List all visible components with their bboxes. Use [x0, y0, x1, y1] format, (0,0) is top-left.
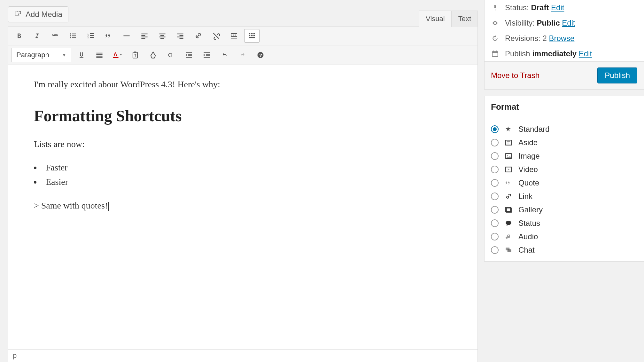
radio-icon: [491, 246, 499, 254]
bold-button[interactable]: [12, 29, 27, 43]
svg-rect-56: [206, 55, 210, 56]
numbered-list-button[interactable]: 123: [83, 29, 98, 43]
unlink-button[interactable]: [208, 29, 224, 43]
radio-icon: [491, 206, 499, 214]
svg-rect-52: [188, 55, 192, 56]
indent-button[interactable]: [199, 48, 214, 62]
paste-text-button[interactable]: T: [128, 48, 143, 62]
tab-visual[interactable]: Visual: [419, 11, 452, 27]
format-option-aside[interactable]: Aside: [491, 136, 637, 149]
format-dropdown[interactable]: Paragraph ▼: [12, 48, 71, 62]
svg-rect-20: [160, 35, 164, 36]
format-option-image[interactable]: Image: [491, 149, 637, 163]
undo-button[interactable]: [217, 48, 232, 62]
schedule-row: Publish immediately Edit: [485, 46, 644, 61]
format-option-label: Chat: [518, 246, 535, 255]
format-option-label: Video: [518, 165, 538, 174]
align-center-button[interactable]: [155, 29, 170, 43]
svg-point-68: [507, 155, 508, 156]
status-row: Status: Draft Edit: [485, 0, 644, 15]
svg-rect-5: [72, 35, 76, 36]
svg-rect-15: [141, 34, 147, 34]
toolbar-toggle-button[interactable]: [244, 29, 260, 43]
format-option-chat[interactable]: Chat: [491, 243, 637, 257]
svg-rect-63: [496, 51, 497, 52]
align-left-button[interactable]: [137, 29, 152, 43]
browse-revisions-link[interactable]: Browse: [549, 34, 574, 43]
align-justify-button[interactable]: [92, 48, 107, 62]
underline-button[interactable]: [74, 48, 89, 62]
svg-point-2: [70, 33, 71, 35]
clear-formatting-button[interactable]: [145, 48, 161, 62]
edit-visibility-link[interactable]: Edit: [562, 19, 575, 27]
format-option-standard[interactable]: Standard: [491, 122, 637, 136]
revisions-row: Revisions: 2 Browse: [485, 31, 644, 46]
svg-text:ABC: ABC: [52, 33, 58, 36]
svg-rect-65: [507, 141, 510, 142]
tab-text[interactable]: Text: [452, 11, 478, 27]
svg-rect-32: [231, 38, 237, 38]
svg-point-6: [70, 37, 71, 38]
svg-rect-11: [90, 35, 94, 36]
svg-rect-39: [249, 37, 255, 38]
align-right-button[interactable]: [173, 29, 188, 43]
blockquote-button[interactable]: [101, 29, 116, 43]
radio-icon: [491, 193, 499, 200]
gallery-icon: [504, 206, 513, 213]
format-option-quote[interactable]: Quote: [491, 176, 637, 190]
publish-panel: Status: Draft Edit Visibility: Public Ed…: [484, 0, 644, 90]
element-path[interactable]: p: [13, 351, 17, 359]
redo-button[interactable]: [235, 48, 250, 62]
svg-rect-55: [206, 54, 210, 54]
status-icon: [504, 220, 513, 227]
format-option-link[interactable]: Link: [491, 190, 637, 203]
radio-icon: [491, 233, 499, 240]
format-option-label: Quote: [518, 178, 539, 187]
svg-rect-36: [249, 35, 250, 36]
format-option-label: Status: [518, 219, 540, 228]
svg-rect-17: [141, 36, 147, 37]
publish-button[interactable]: Publish: [597, 67, 637, 83]
strikethrough-button[interactable]: ABC: [47, 29, 63, 43]
svg-rect-22: [160, 38, 164, 39]
outdent-button[interactable]: [181, 48, 197, 62]
link-button[interactable]: [190, 29, 206, 43]
svg-rect-62: [493, 51, 494, 52]
format-option-label: Image: [518, 152, 540, 161]
edit-schedule-link[interactable]: Edit: [579, 49, 592, 58]
svg-rect-43: [96, 57, 102, 58]
move-to-trash-link[interactable]: Move to Trash: [491, 71, 539, 80]
svg-rect-21: [159, 36, 165, 37]
help-button[interactable]: ?: [253, 48, 268, 62]
svg-rect-54: [204, 52, 210, 53]
editor-content[interactable]: I'm really excited about WordPress 4.3! …: [8, 65, 477, 349]
special-char-button[interactable]: Ω: [163, 48, 179, 62]
format-option-audio[interactable]: Audio: [491, 230, 637, 243]
standard-icon: [504, 126, 513, 133]
format-option-label: Audio: [518, 232, 538, 241]
text-color-button[interactable]: A: [110, 48, 125, 62]
hr-button[interactable]: [119, 29, 134, 43]
bullet-list-button[interactable]: [65, 29, 81, 43]
read-more-button[interactable]: [226, 29, 242, 43]
pin-icon: [491, 4, 499, 12]
radio-icon: [491, 219, 499, 227]
svg-rect-9: [90, 33, 94, 34]
format-option-gallery[interactable]: Gallery: [491, 203, 637, 216]
edit-status-link[interactable]: Edit: [551, 3, 564, 12]
publish-footer: Move to Trash Publish: [485, 61, 644, 89]
history-icon: [491, 35, 499, 42]
format-option-video[interactable]: Video: [491, 163, 637, 176]
svg-rect-61: [492, 51, 498, 53]
eye-icon: [491, 20, 499, 26]
chat-icon: [504, 247, 513, 254]
format-option-label: Link: [518, 192, 532, 201]
chevron-down-icon: ▼: [62, 52, 66, 58]
svg-rect-37: [251, 35, 253, 36]
svg-text:3: 3: [87, 36, 89, 39]
svg-point-4: [70, 35, 71, 36]
svg-rect-13: [90, 37, 94, 38]
add-media-button[interactable]: Add Media: [8, 6, 68, 22]
italic-button[interactable]: [29, 29, 45, 43]
format-option-status[interactable]: Status: [491, 216, 637, 230]
